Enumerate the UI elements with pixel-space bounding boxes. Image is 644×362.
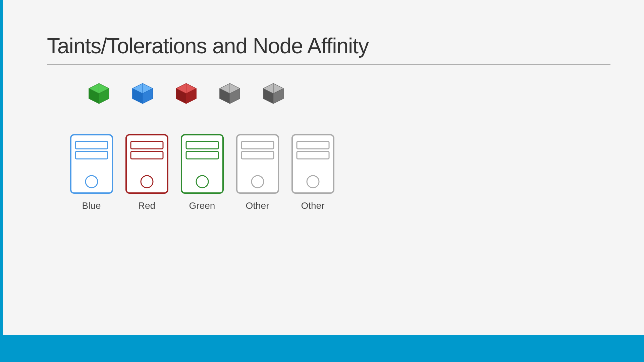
nodes-row: Blue Red Green: [64, 132, 610, 211]
node-other-1: Other: [230, 132, 285, 211]
other-server-2-icon: [289, 132, 336, 196]
blue-server-icon: [68, 132, 115, 196]
cube-gray-2: [252, 82, 295, 105]
slide-content: Taints/Tolerations and Node Affinity: [47, 34, 610, 211]
other-2-node-label: Other: [301, 200, 324, 211]
cubes-row: [77, 82, 610, 105]
other-1-node-label: Other: [246, 200, 269, 211]
title-divider: [47, 64, 610, 65]
bottom-bar: [0, 335, 644, 362]
svg-rect-43: [181, 135, 223, 193]
svg-rect-35: [71, 135, 112, 193]
cube-green: [77, 82, 121, 105]
cube-gray-1: [208, 82, 252, 105]
red-cube-icon: [174, 82, 198, 105]
cube-blue: [121, 82, 164, 105]
svg-rect-51: [292, 135, 334, 193]
green-cube-icon: [87, 82, 111, 105]
green-server-icon: [179, 132, 226, 196]
blue-cube-icon: [131, 82, 154, 105]
cube-red: [164, 82, 208, 105]
svg-rect-39: [126, 135, 168, 193]
gray-cube-1-icon: [218, 82, 241, 105]
node-other-2: Other: [285, 132, 340, 211]
slide-title: Taints/Tolerations and Node Affinity: [47, 34, 610, 58]
gray-cube-2-icon: [262, 82, 285, 105]
node-green: Green: [174, 132, 230, 211]
green-node-label: Green: [189, 200, 215, 211]
left-bar: [0, 0, 3, 362]
red-server-icon: [123, 132, 170, 196]
node-blue: Blue: [64, 132, 119, 211]
slide-container: Taints/Tolerations and Node Affinity: [0, 0, 644, 362]
red-node-label: Red: [138, 200, 155, 211]
blue-node-label: Blue: [82, 200, 101, 211]
svg-rect-47: [237, 135, 278, 193]
node-red: Red: [119, 132, 174, 211]
other-server-1-icon: [234, 132, 281, 196]
